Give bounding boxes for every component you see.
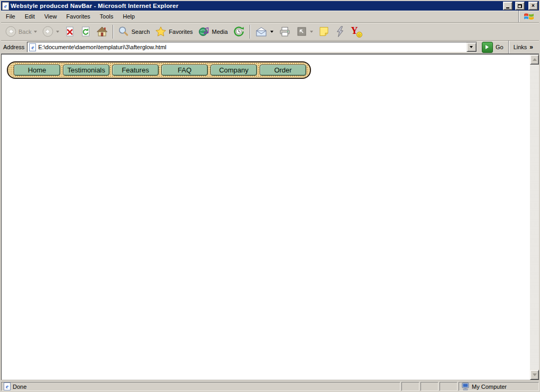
back-label: Back	[19, 29, 31, 35]
window-title: Webstyle produced NavBar - Microsoft Int…	[11, 3, 500, 9]
status-bar: e Done My Computer	[1, 380, 539, 391]
status-text: Done	[13, 384, 26, 390]
fullscreen-button[interactable]	[294, 25, 316, 38]
triangle-up-icon	[533, 58, 537, 61]
status-pane-empty	[401, 382, 419, 391]
restore-button[interactable]	[515, 2, 525, 10]
smiley-icon: ☺	[356, 32, 362, 38]
menu-file[interactable]: File	[1, 11, 20, 22]
scroll-down-button[interactable]	[530, 370, 539, 380]
menu-bar: File Edit View Favorites Tools Help	[1, 11, 539, 23]
history-button[interactable]	[231, 25, 248, 38]
refresh-icon	[80, 26, 91, 38]
address-dropdown-button[interactable]	[466, 42, 477, 52]
print-icon	[279, 26, 291, 37]
lightning-icon	[335, 26, 345, 38]
toolbar-separator	[113, 25, 113, 39]
favorites-label: Favorites	[169, 29, 193, 35]
back-icon	[5, 26, 16, 37]
sticky-note-icon	[318, 26, 330, 37]
my-computer-icon	[461, 382, 470, 390]
toolbar-separator	[250, 25, 250, 39]
stop-button[interactable]	[62, 25, 78, 39]
close-button[interactable]: ×	[528, 2, 538, 10]
messenger-button[interactable]	[332, 25, 348, 39]
vertical-scrollbar[interactable]	[530, 54, 539, 380]
close-icon: ×	[532, 3, 535, 8]
triangle-down-icon	[533, 373, 537, 376]
scroll-up-button[interactable]	[530, 54, 539, 65]
page-viewport: Home Testimonials Features FAQ Company O…	[1, 54, 539, 380]
chevron-down-icon	[470, 46, 473, 48]
status-page-icon: e	[4, 382, 11, 390]
title-bar[interactable]: e Webstyle produced NavBar - Microsoft I…	[1, 1, 539, 11]
minimize-icon	[506, 7, 509, 8]
nav-button-features[interactable]: Features	[112, 65, 159, 76]
address-bar: Address e E:\documente\daemon\templaturi…	[1, 41, 539, 54]
print-button[interactable]	[276, 25, 294, 38]
address-url[interactable]: E:\documente\daemon\templaturi\3\aftergl…	[38, 44, 464, 50]
menu-view[interactable]: View	[40, 11, 62, 22]
nav-button-faq[interactable]: FAQ	[161, 65, 208, 76]
refresh-button[interactable]	[78, 25, 94, 39]
address-input[interactable]: e E:\documente\daemon\templaturi\3\after…	[27, 42, 477, 52]
fullscreen-icon	[296, 26, 307, 37]
search-button[interactable]: Search	[115, 25, 152, 38]
browser-window: e Webstyle produced NavBar - Microsoft I…	[0, 0, 540, 392]
history-icon	[233, 26, 245, 37]
yahoo-icon: Y ☺	[351, 26, 362, 37]
status-zone-pane: My Computer	[459, 382, 539, 391]
back-button[interactable]: Back	[3, 25, 40, 38]
forward-dropdown-icon[interactable]	[56, 31, 59, 33]
stop-icon	[65, 26, 75, 38]
mail-dropdown-icon[interactable]	[270, 31, 273, 33]
nav-button-company[interactable]: Company	[210, 65, 257, 76]
search-label: Search	[131, 29, 150, 35]
status-pane-main: e Done	[1, 382, 400, 391]
forward-button[interactable]	[40, 25, 62, 38]
windows-flag-icon	[523, 12, 535, 21]
fullscreen-dropdown-icon[interactable]	[310, 31, 313, 33]
forward-icon	[42, 26, 53, 37]
media-label: Media	[212, 29, 228, 35]
home-icon	[96, 26, 108, 37]
go-label: Go	[496, 44, 504, 50]
address-label: Address	[3, 44, 24, 50]
minimize-button[interactable]	[503, 2, 512, 10]
restore-icon	[518, 4, 522, 8]
mail-icon	[255, 26, 268, 37]
site-navbar: Home Testimonials Features FAQ Company O…	[7, 61, 311, 79]
page-icon: e	[29, 43, 36, 51]
status-pane-empty	[420, 382, 438, 391]
go-button[interactable]: Go	[480, 42, 506, 53]
status-pane-empty	[440, 382, 457, 391]
media-button[interactable]: Media	[196, 25, 231, 38]
back-dropdown-icon[interactable]	[34, 31, 37, 33]
page-content: Home Testimonials Features FAQ Company O…	[2, 54, 530, 380]
security-zone-label: My Computer	[472, 384, 507, 390]
chevron-right-icon: »	[529, 43, 533, 51]
yahoo-messenger-button[interactable]: Y ☺	[348, 25, 365, 38]
menu-help[interactable]: Help	[118, 11, 140, 22]
toolbar: Back	[1, 23, 539, 41]
favorites-button[interactable]: Favorites	[152, 25, 195, 38]
menu-tools[interactable]: Tools	[95, 11, 118, 22]
ie-app-icon: e	[2, 2, 9, 10]
search-icon	[118, 26, 129, 37]
notes-button[interactable]	[316, 25, 332, 38]
mail-button[interactable]	[252, 25, 276, 38]
nav-button-home[interactable]: Home	[14, 65, 60, 76]
links-toolbar[interactable]: Links »	[508, 41, 537, 53]
go-arrow-icon	[482, 42, 493, 53]
windows-logo-throbber	[518, 11, 539, 22]
menu-favorites[interactable]: Favorites	[61, 11, 95, 22]
home-button[interactable]	[94, 25, 111, 38]
nav-button-order[interactable]: Order	[260, 65, 306, 76]
nav-button-testimonials[interactable]: Testimonials	[63, 65, 109, 76]
media-icon	[198, 26, 210, 37]
favorites-star-icon	[155, 26, 167, 37]
links-label: Links	[514, 44, 527, 50]
menu-edit[interactable]: Edit	[20, 11, 40, 22]
